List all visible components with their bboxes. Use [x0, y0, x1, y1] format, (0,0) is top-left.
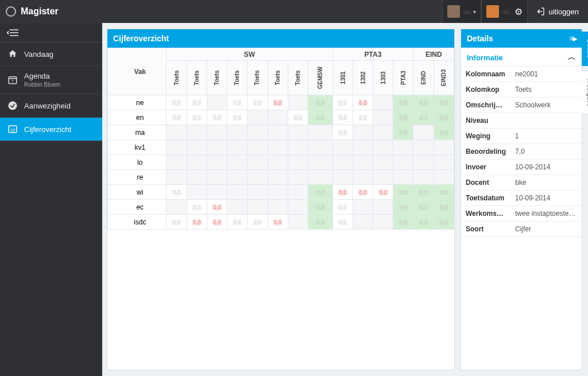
- gear-icon[interactable]: ⚙: [514, 6, 523, 17]
- column-header[interactable]: Toets: [187, 61, 207, 95]
- column-header[interactable]: GEMSW: [308, 61, 333, 95]
- grade-cell[interactable]: 0,0: [207, 200, 227, 215]
- grade-cell[interactable]: 0,0: [332, 125, 353, 140]
- grade-cell: [434, 140, 454, 155]
- grade-cell[interactable]: 0,0: [268, 95, 288, 110]
- grade-cell[interactable]: 0,0: [434, 200, 454, 215]
- details-section-header[interactable]: Informatie ︿: [461, 48, 582, 67]
- grade-cell[interactable]: 0,0: [268, 215, 288, 230]
- grade-cell: [353, 170, 373, 185]
- grade-cell[interactable]: 0,0: [413, 200, 434, 215]
- grade-cell[interactable]: 0,0: [207, 110, 227, 125]
- grade-cell: [268, 185, 288, 200]
- sidebar-item-cijferoverzicht[interactable]: 10 Cijferoverzicht: [0, 118, 102, 141]
- grade-cell[interactable]: 0,0: [308, 95, 333, 110]
- grade-cell[interactable]: 0,0: [434, 215, 454, 230]
- grade-cell[interactable]: 0,0: [308, 185, 333, 200]
- grade-cell: [247, 140, 268, 155]
- grade-cell[interactable]: 0,0: [434, 95, 454, 110]
- grade-cell: [288, 140, 308, 155]
- grade-cell: [268, 125, 288, 140]
- info-key: Omschrijving: [461, 98, 510, 113]
- grade-cell[interactable]: 0,0: [413, 185, 434, 200]
- grade-cell[interactable]: 0,0: [413, 215, 434, 230]
- grade-cell[interactable]: 0,0: [167, 110, 187, 125]
- grade-cell[interactable]: 0,0: [434, 110, 454, 125]
- column-header[interactable]: Toets: [247, 61, 268, 95]
- grade-cell[interactable]: 0,0: [207, 215, 227, 230]
- grade-cell: [167, 140, 187, 155]
- grade-cell[interactable]: 0,0: [247, 215, 268, 230]
- grade-cell[interactable]: 0,0: [227, 110, 247, 125]
- grade-cell[interactable]: 0,0: [187, 110, 207, 125]
- column-header[interactable]: Toets: [268, 61, 288, 95]
- vak-cell: ma: [108, 125, 167, 140]
- grade-cell[interactable]: 0,0: [393, 95, 413, 110]
- side-tab-weergave[interactable]: Weergave: [582, 71, 588, 114]
- panel-expand-icon[interactable]: ≡▸: [570, 34, 576, 43]
- grade-cell: [308, 170, 333, 185]
- info-key: Invoer: [461, 160, 510, 175]
- column-header[interactable]: 1303: [373, 61, 393, 95]
- logout-icon: [536, 7, 545, 16]
- column-header[interactable]: EIND3: [434, 61, 454, 95]
- grade-cell[interactable]: 0,0: [308, 110, 333, 125]
- grade-cell[interactable]: 0,0: [167, 185, 187, 200]
- grade-cell[interactable]: 0,0: [227, 215, 247, 230]
- grade-cell[interactable]: 0,0: [227, 95, 247, 110]
- grade-cell: [373, 215, 393, 230]
- user-switcher-2[interactable]: — ⚙: [481, 0, 528, 23]
- grade-cell[interactable]: 0,0: [393, 200, 413, 215]
- sidebar-collapse-button[interactable]: [0, 23, 102, 42]
- column-header[interactable]: 1302: [353, 61, 373, 95]
- grade-cell[interactable]: 0,0: [393, 185, 413, 200]
- grade-cell[interactable]: 0,0: [167, 95, 187, 110]
- info-value: bke: [510, 175, 582, 190]
- grade-cell[interactable]: 0,0: [332, 110, 353, 125]
- grade-cell: [268, 110, 288, 125]
- grade-cell[interactable]: 0,0: [434, 125, 454, 140]
- info-key: Toetsdatum: [461, 191, 510, 206]
- grade-cell[interactable]: 0,0: [353, 95, 373, 110]
- grade-cell[interactable]: 0,0: [434, 185, 454, 200]
- column-header[interactable]: EIND: [413, 61, 434, 95]
- grade-cell[interactable]: 0,0: [353, 185, 373, 200]
- grade-cell[interactable]: 0,0: [247, 95, 268, 110]
- column-header[interactable]: 1301: [332, 61, 353, 95]
- column-header[interactable]: Toets: [227, 61, 247, 95]
- grade-cell[interactable]: 0,0: [413, 95, 434, 110]
- column-header[interactable]: Toets: [288, 61, 308, 95]
- grade-cell[interactable]: 0,0: [413, 110, 434, 125]
- grade-cell[interactable]: 0,0: [332, 200, 353, 215]
- info-value: Toets: [510, 82, 582, 97]
- sidebar-item-agenda[interactable]: 7 Agenda Robbin Bloem: [0, 66, 102, 94]
- info-key: Weging: [461, 129, 510, 144]
- grade-cell[interactable]: 0,0: [167, 215, 187, 230]
- grade-cell[interactable]: 0,0: [187, 95, 207, 110]
- logout-button[interactable]: uitloggen: [528, 7, 582, 16]
- grade-cell[interactable]: 0,0: [332, 215, 353, 230]
- chevron-up-icon: ︿: [568, 52, 576, 63]
- sidebar-item-vandaag[interactable]: Vandaag: [0, 42, 102, 66]
- grade-cell[interactable]: 0,0: [308, 215, 333, 230]
- grade-cell[interactable]: 0,0: [393, 110, 413, 125]
- grade-cell[interactable]: 0,0: [187, 215, 207, 230]
- grade-cell[interactable]: 0,0: [353, 110, 373, 125]
- column-header[interactable]: PTA3: [393, 61, 413, 95]
- side-tab-details[interactable]: Details: [582, 32, 588, 66]
- user-switcher-1[interactable]: — ▾: [442, 0, 481, 23]
- grade-cell[interactable]: 0,0: [393, 215, 413, 230]
- grade-cell[interactable]: 0,0: [187, 200, 207, 215]
- grade-cell: [247, 170, 268, 185]
- column-header[interactable]: Toets: [167, 61, 187, 95]
- grade-cell[interactable]: 0,0: [332, 185, 353, 200]
- grade-cell: [434, 170, 454, 185]
- grade-cell[interactable]: 0,0: [308, 200, 333, 215]
- grade-cell[interactable]: 0,0: [373, 185, 393, 200]
- sidebar-item-aanwezigheid[interactable]: Aanwezigheid: [0, 94, 102, 118]
- grade-cell[interactable]: 0,0: [332, 95, 353, 110]
- grade-cell[interactable]: 0,0: [288, 110, 308, 125]
- grade-cell[interactable]: 0,0: [393, 125, 413, 140]
- calendar-icon: 7: [7, 74, 18, 86]
- column-header[interactable]: Toets: [207, 61, 227, 95]
